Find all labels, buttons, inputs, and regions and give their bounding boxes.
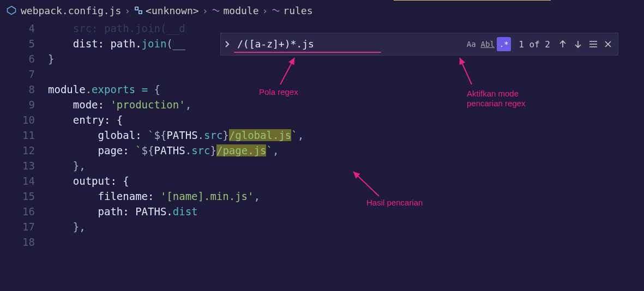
search-match: /global.js [229, 129, 291, 141]
line-number-gutter: 4 5 6 7 8 9 10 11 12 13 14 15 16 17 18 [0, 21, 48, 250]
svg-rect-1 [135, 7, 138, 10]
find-input[interactable] [234, 35, 381, 53]
code-line: }, [48, 158, 644, 173]
code-line: output: { [48, 173, 644, 189]
close-icon[interactable] [604, 40, 612, 48]
line-number: 11 [0, 128, 35, 143]
line-number: 15 [0, 189, 35, 204]
find-in-selection-icon[interactable] [588, 39, 598, 49]
line-number: 17 [0, 219, 35, 234]
breadcrumb-label: rules [283, 5, 312, 16]
svg-marker-0 [8, 7, 16, 15]
code-line [48, 234, 644, 250]
line-number: 5 [0, 36, 35, 51]
file-icon [7, 5, 16, 15]
regex-toggle[interactable]: .* [497, 37, 511, 51]
code-line: module.exports = { [48, 82, 644, 97]
line-number: 10 [0, 112, 35, 128]
line-number: 6 [0, 51, 35, 66]
code-line: path: PATHS.dist [48, 204, 644, 219]
code-line: global: `${PATHS.src}/global.js`, [48, 128, 644, 143]
search-match: /page.js [216, 144, 267, 156]
code-line: page: `${PATHS.src}/page.js`, [48, 143, 644, 158]
code-line: mode: 'production', [48, 97, 644, 112]
chevron-right-icon: › [202, 5, 208, 16]
breadcrumb-label: module [223, 5, 258, 16]
line-number: 14 [0, 173, 35, 189]
chevron-right-icon: › [262, 5, 268, 16]
line-number: 8 [0, 82, 35, 97]
match-case-toggle[interactable]: Aa [464, 37, 478, 51]
line-number: 4 [0, 21, 35, 36]
find-result-count: 1 of 2 [519, 39, 550, 50]
breadcrumb: webpack.config.js › <unknown> › module ›… [0, 0, 644, 21]
code-line: }, [48, 219, 644, 234]
chevron-right-icon: › [124, 5, 130, 16]
code-line: filename: '[name].min.js', [48, 189, 644, 204]
breadcrumb-symbol[interactable]: module [211, 5, 258, 16]
line-number: 12 [0, 143, 35, 158]
svg-rect-2 [139, 11, 142, 14]
code-line [48, 66, 644, 82]
breadcrumb-file[interactable]: webpack.config.js [21, 5, 121, 16]
whole-word-toggle[interactable]: Abl [480, 37, 495, 51]
prev-match-icon[interactable] [558, 39, 568, 49]
active-tab-indicator [394, 0, 551, 1]
breadcrumb-symbol[interactable]: rules [271, 5, 312, 16]
line-number: 18 [0, 234, 35, 250]
breadcrumb-symbol[interactable]: <unknown> [134, 5, 199, 16]
line-number: 7 [0, 66, 35, 82]
code-line: entry: { [48, 112, 644, 128]
next-match-icon[interactable] [573, 39, 583, 49]
expand-replace-icon[interactable] [221, 33, 234, 55]
line-number: 13 [0, 158, 35, 173]
find-widget: Aa Abl .* 1 of 2 [220, 33, 618, 56]
line-number: 16 [0, 204, 35, 219]
breadcrumb-label: <unknown> [146, 5, 199, 16]
line-number: 9 [0, 97, 35, 112]
